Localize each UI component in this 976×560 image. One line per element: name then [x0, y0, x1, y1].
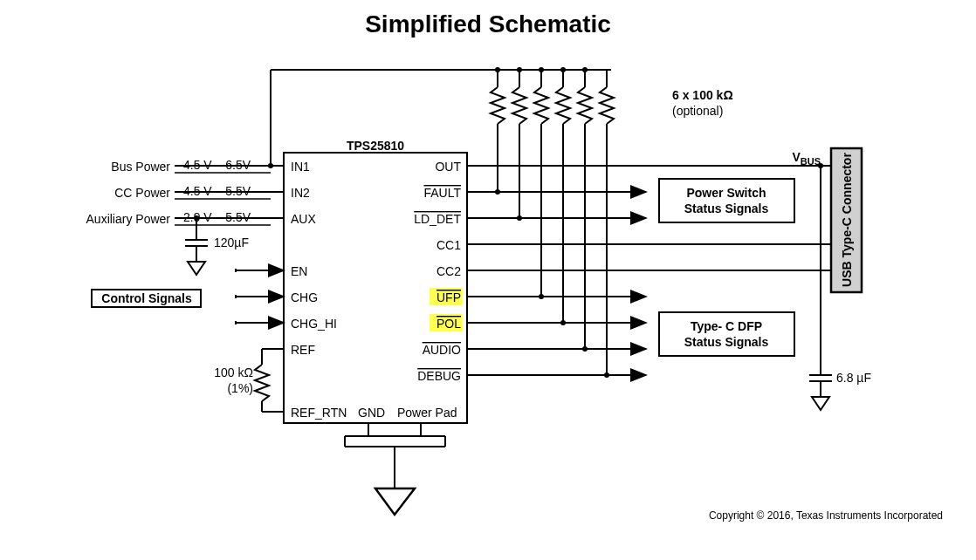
dfp-status-label1: Type- C DFP — [691, 319, 762, 333]
usb-connector-label: USB Type-C Connector — [840, 153, 854, 287]
pin-out: OUT — [435, 160, 461, 174]
pin-gnd: GND — [358, 406, 385, 420]
gnd-symbol — [375, 488, 415, 515]
pin-cc1: CC1 — [436, 238, 461, 252]
pin-powerpad: Power Pad — [397, 406, 457, 420]
pin-fault: FAULT — [423, 186, 461, 200]
aux-power-label: Auxiliary Power — [86, 212, 171, 226]
dfp-status-label2: Status Signals — [684, 335, 769, 349]
pin-ref: REF — [291, 343, 315, 357]
svg-point-33 — [268, 163, 273, 168]
pin-aux: AUX — [291, 212, 316, 226]
pin-en: EN — [291, 264, 307, 278]
pin-chg-hi: CHG_HI — [291, 317, 337, 331]
svg-point-44 — [539, 67, 544, 72]
svg-marker-11 — [188, 262, 205, 275]
pin-in1: IN1 — [291, 160, 310, 174]
pullup-label: 6 x 100 kΩ — [672, 88, 733, 102]
svg-point-66 — [818, 163, 823, 168]
schematic: TPS25810 IN1 IN2 AUX EN CHG CHG_HI REF R… — [0, 0, 976, 560]
svg-point-52 — [582, 67, 588, 72]
svg-point-48 — [560, 67, 566, 72]
control-signals-label: Control Signals — [101, 291, 192, 305]
pin-audio: AUDIO — [423, 343, 461, 357]
pin-ufp: UFP — [436, 290, 461, 304]
pin-pol: POL — [436, 317, 461, 331]
pullup-optional: (optional) — [672, 104, 723, 118]
output-cap: 6.8 µF — [836, 371, 871, 385]
power-switch-label1: Power Switch — [686, 186, 766, 200]
svg-point-40 — [517, 67, 522, 72]
copyright: Copyright © 2016, Texas Instruments Inco… — [709, 509, 943, 522]
pin-chg: CHG — [291, 290, 318, 304]
pin-ref-rtn: REF_RTN — [291, 406, 347, 420]
aux-power-range: 2.9 V – 5.5V — [183, 210, 251, 224]
svg-marker-70 — [812, 397, 829, 410]
pin-in2: IN2 — [291, 186, 310, 200]
cc-power-label: CC Power — [114, 186, 170, 200]
pin-debug: DEBUG — [417, 369, 461, 383]
ref-resistor-val: 100 kΩ — [214, 365, 253, 379]
svg-point-36 — [495, 67, 500, 72]
pin-cc2: CC2 — [436, 264, 461, 278]
vbus-label: VBUS — [792, 150, 821, 167]
svg-point-12 — [194, 215, 199, 221]
input-cap: 120µF — [214, 236, 249, 249]
pin-ld-det: LD_DET — [414, 212, 461, 226]
chip-name: TPS25810 — [347, 139, 404, 153]
bus-power-range: 4.5 V – 6.5V — [183, 158, 251, 172]
cc-power-range: 4.5 V – 5.5V — [183, 184, 251, 198]
bus-power-label: Bus Power — [111, 160, 170, 174]
pullup-resistors — [491, 67, 614, 378]
ref-resistor-tol: (1%) — [227, 381, 253, 395]
power-switch-label2: Status Signals — [684, 201, 769, 215]
